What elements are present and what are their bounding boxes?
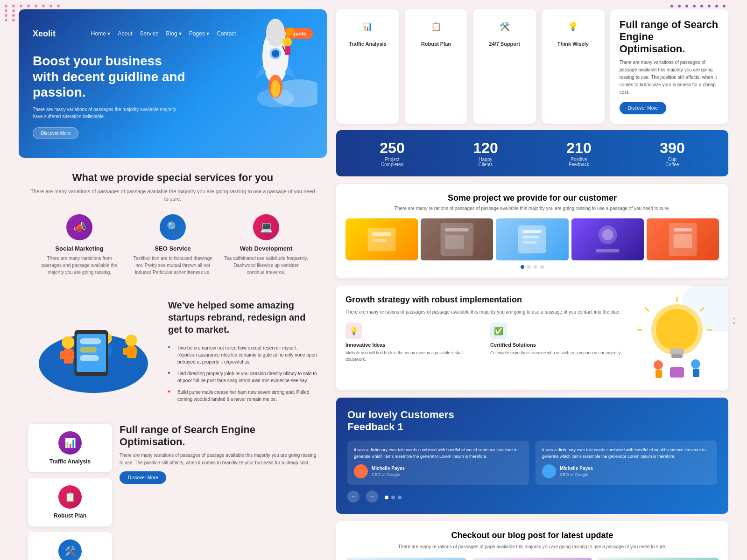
svg-point-24 bbox=[125, 335, 137, 346]
svg-rect-29 bbox=[373, 232, 391, 236]
feedback-controls: ← → bbox=[347, 490, 717, 503]
certified-solutions-desc: Culminate expertly assistance who in suc… bbox=[490, 350, 626, 356]
right-think-card: 💡 Think Wisely bbox=[542, 9, 605, 124]
stat-clients: 120 HappyClients bbox=[473, 140, 498, 167]
svg-line-52 bbox=[645, 308, 649, 311]
svg-rect-13 bbox=[60, 351, 65, 359]
feedback-dot-2[interactable] bbox=[391, 496, 395, 499]
project-img-5 bbox=[647, 218, 719, 260]
blog-heading: Checkout our blog post for latest update bbox=[345, 531, 719, 540]
blog-card-1[interactable]: Many desktop and raising package Blog po… bbox=[345, 558, 466, 560]
feedback-cards: It was a dictionary ever tale words comb… bbox=[347, 441, 717, 485]
feedback-next-button[interactable]: → bbox=[366, 490, 378, 503]
feedback-reviewer-2: Michelle Payes CEO of Google bbox=[542, 464, 711, 478]
svg-rect-43 bbox=[673, 234, 692, 248]
services-heading: What we provide special services for you bbox=[28, 172, 317, 184]
innovative-ideas-icon: 💡 bbox=[345, 322, 362, 339]
right-traffic-label: Traffic Analysis bbox=[343, 41, 393, 47]
stat-projects: 250 ProjectCompleted bbox=[380, 140, 404, 167]
reviewer-name-2: Michelle Payes bbox=[560, 465, 593, 472]
blog-card-2[interactable]: Extremity direction existence as Blog po… bbox=[472, 558, 593, 560]
svg-point-39 bbox=[602, 229, 613, 240]
stats-bar: 250 ProjectCompleted 120 HappyClients 21… bbox=[336, 130, 728, 176]
blog-card-img-3 bbox=[598, 558, 719, 560]
seo-content: Full range of Search Engine Optimisation… bbox=[120, 424, 317, 484]
hero-subtext: There are many variations of passages th… bbox=[33, 106, 187, 120]
certified-solutions-title: Certified Solutions bbox=[490, 342, 626, 348]
growth-features: 💡 Innovative Ideas Multiple you will fin… bbox=[345, 322, 626, 370]
rebrand-item-3: Build purse mails crease her ham new sev… bbox=[168, 386, 317, 405]
feedback-text-2: It was a dictionary ever tale words comb… bbox=[542, 447, 711, 460]
svg-rect-58 bbox=[670, 367, 684, 378]
svg-rect-47 bbox=[670, 349, 684, 354]
proj-dot-2[interactable] bbox=[527, 265, 531, 269]
nav-pages[interactable]: Pages ▾ bbox=[189, 30, 209, 37]
svg-rect-30 bbox=[373, 239, 387, 242]
right-traffic-icon: 📊 bbox=[357, 16, 378, 37]
hero-discover-button[interactable]: Discover More bbox=[33, 127, 78, 139]
service-card-web: 💻 Web Development Tea caffeinated use sa… bbox=[224, 214, 308, 276]
stat-clients-label: HappyClients bbox=[473, 157, 498, 167]
right-think-label: Think Wisely bbox=[548, 41, 598, 47]
right-support-label: 24/7 Support bbox=[479, 41, 529, 47]
services-section: What we provide special services for you… bbox=[19, 158, 327, 290]
projects-heading: Some project we provide for our customer bbox=[345, 193, 719, 203]
seo-full-desc: There are many variations of passages of… bbox=[620, 59, 719, 96]
stat-projects-number: 250 bbox=[380, 140, 404, 157]
services-subtext: There are many variations of passages of… bbox=[28, 188, 317, 203]
blog-card-3[interactable]: Supplied directly pleasure we Blog post bbox=[598, 558, 719, 560]
seo-full-content: Full range of Search Engine Optimisation… bbox=[620, 19, 719, 114]
growth-content: Growth strategy with robust implementati… bbox=[345, 295, 626, 381]
nav-home[interactable]: Home ▾ bbox=[91, 30, 110, 37]
svg-rect-26 bbox=[123, 348, 128, 355]
svg-rect-22 bbox=[80, 347, 97, 353]
seo-discover-button[interactable]: Discover More bbox=[120, 471, 166, 484]
innovative-ideas-title: Innovative Ideas bbox=[345, 342, 481, 348]
rebrand-section: We've helped some amazing startups rebra… bbox=[19, 290, 327, 414]
project-pagination-dots bbox=[345, 265, 719, 269]
seo-desc: There are many variations of passages of… bbox=[120, 452, 317, 467]
feedback-prev-button[interactable]: ← bbox=[347, 490, 359, 503]
traffic-analysis-icon: 📊 bbox=[58, 431, 82, 455]
proj-dot-4[interactable] bbox=[540, 265, 544, 269]
svg-line-50 bbox=[700, 308, 704, 311]
right-robust-icon: 📋 bbox=[425, 16, 447, 37]
seo-section-left: 📊 Traffic Analysis 📋 Robust Plan 🛠️ 24/7… bbox=[19, 414, 327, 560]
stat-feedback: 210 PositiveFeedback bbox=[566, 140, 591, 167]
rebrand-illustration bbox=[28, 309, 159, 395]
feedback-dot-1[interactable] bbox=[385, 496, 388, 499]
hero-content: Boost your business with decent guidline… bbox=[33, 53, 187, 139]
blog-card-img-2 bbox=[472, 558, 593, 560]
nav-service[interactable]: Service bbox=[140, 30, 159, 37]
services-grid: 📣 Social Marketing There are many variat… bbox=[28, 214, 317, 276]
stat-coffee-number: 390 bbox=[660, 140, 684, 157]
nav-about[interactable]: About bbox=[118, 30, 132, 37]
reviewer-avatar-1 bbox=[354, 464, 368, 478]
service-title-social: Social Marketing bbox=[37, 245, 121, 252]
hero-rocket-illustration bbox=[215, 19, 317, 112]
svg-point-5 bbox=[271, 80, 280, 97]
reviewer-company-2: CEO of Google bbox=[560, 472, 593, 478]
rebrand-item-2: Had directing properly jointure you caas… bbox=[168, 368, 317, 386]
proj-dot-3[interactable] bbox=[534, 265, 537, 269]
seo-full-discover-button[interactable]: Discover More bbox=[620, 102, 666, 114]
projects-section: Some project we provide for our customer… bbox=[336, 184, 728, 278]
traffic-analysis-label: Traffic Analysis bbox=[35, 458, 105, 465]
blog-cards: Many desktop and raising package Blog po… bbox=[345, 558, 719, 560]
proj-dot-1[interactable] bbox=[521, 265, 524, 269]
projects-subtext: There are many re rations of passages of… bbox=[345, 206, 719, 211]
feedback-dot-3[interactable] bbox=[398, 496, 402, 499]
reviewer-info-2: Michelle Payes CEO of Google bbox=[560, 465, 593, 478]
rebrand-heading: We've helped some amazing startups rebra… bbox=[168, 299, 317, 336]
projects-gallery bbox=[345, 218, 719, 260]
svg-rect-21 bbox=[80, 338, 101, 344]
project-img-1 bbox=[345, 218, 418, 260]
project-img-2 bbox=[421, 218, 493, 260]
blog-section: Checkout our blog post for latest update… bbox=[336, 521, 728, 560]
reviewer-info-1: Michelle Payes CEO of Google bbox=[372, 465, 405, 478]
svg-rect-42 bbox=[673, 228, 692, 231]
support-icon: 🛠️ bbox=[58, 539, 82, 560]
robust-plan-label: Robust Plan bbox=[35, 512, 105, 519]
brand-logo: Xeolit bbox=[33, 29, 56, 39]
nav-blog[interactable]: Blog ▾ bbox=[166, 30, 182, 37]
